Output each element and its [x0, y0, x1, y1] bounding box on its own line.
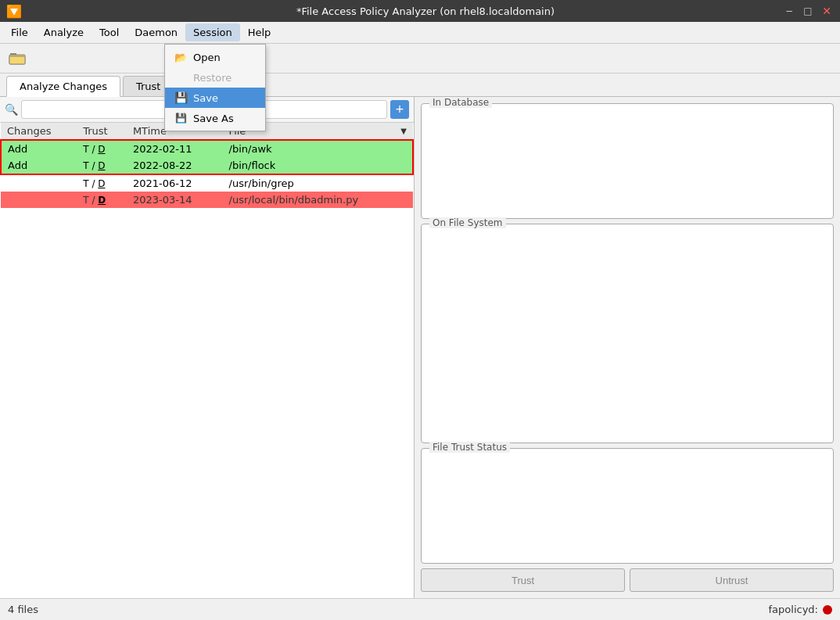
minimize-button[interactable]: −: [782, 4, 796, 18]
table-row[interactable]: T / D 2023-03-14 /usr/local/bin/dbadmin.…: [1, 192, 413, 208]
menu-tool[interactable]: Tool: [92, 23, 127, 41]
menu-file[interactable]: File: [3, 23, 36, 41]
menu-analyze[interactable]: Analyze: [36, 23, 92, 41]
right-panel: In Database On File System File Trust St…: [415, 97, 840, 598]
menu-daemon[interactable]: Daemon: [127, 23, 185, 41]
window-title: *File Access Policy Analyzer (on rhel8.l…: [69, 5, 782, 17]
col-header-trust[interactable]: Trust: [77, 123, 127, 140]
saveas-icon: 💾: [174, 112, 187, 124]
cell-file: /bin/awk: [223, 140, 413, 157]
cell-mtime: 2022-08-22: [127, 157, 223, 174]
tabbar: Analyze Changes Trust Database: [0, 73, 840, 97]
close-button[interactable]: ✕: [820, 4, 834, 18]
col-header-changes[interactable]: Changes: [1, 123, 77, 140]
cell-changes: Add: [1, 157, 77, 174]
file-table-container: Changes Trust MTime File ▼: [0, 123, 414, 598]
sort-icon: ▼: [400, 127, 407, 135]
cell-changes: Add: [1, 140, 77, 157]
restore-icon: [174, 71, 187, 84]
file-table: Changes Trust MTime File ▼: [0, 123, 414, 208]
cell-mtime: 2021-06-12: [127, 174, 223, 192]
on-filesystem-label: On File System: [429, 217, 506, 228]
toolbar: [0, 44, 840, 73]
status-files-count: 4 files: [8, 604, 38, 615]
file-trust-label: File Trust Status: [429, 442, 510, 453]
dropdown-save[interactable]: 💾 Save: [165, 88, 265, 108]
cell-file: /usr/bin/grep: [223, 174, 413, 192]
menu-help[interactable]: Help: [240, 23, 279, 41]
window-controls: − □ ✕: [782, 4, 834, 18]
cell-changes: [1, 174, 77, 192]
table-row[interactable]: Add T / D 2022-02-11 /bin/awk: [1, 140, 413, 157]
cell-trust: T / D: [77, 192, 127, 208]
dropdown-restore[interactable]: Restore: [165, 67, 265, 88]
status-right: fapolicyd:: [769, 604, 832, 615]
app-icon: 🔽: [6, 4, 22, 19]
menubar: File Analyze Tool Daemon Session Help 📂 …: [0, 22, 840, 44]
fapolicyd-label: fapolicyd:: [769, 604, 818, 615]
titlebar: 🔽 *File Access Policy Analyzer (on rhel8…: [0, 0, 840, 22]
cell-changes: [1, 192, 77, 208]
search-icon: 🔍: [5, 103, 18, 116]
in-database-label: In Database: [429, 97, 492, 108]
dropdown-open[interactable]: 📂 Open: [165, 47, 265, 67]
fapolicyd-status-dot: [823, 605, 832, 615]
on-filesystem-box: On File System: [421, 224, 834, 444]
trust-button[interactable]: Trust: [421, 568, 625, 592]
tab-analyze-changes[interactable]: Analyze Changes: [6, 76, 120, 97]
session-dropdown: 📂 Open Restore 💾 Save 💾 Save As: [164, 44, 266, 131]
cell-trust: T / D: [77, 157, 127, 174]
table-row[interactable]: T / D 2021-06-12 /usr/bin/grep: [1, 174, 413, 192]
maximize-button[interactable]: □: [801, 4, 815, 18]
cell-mtime: 2022-02-11: [127, 140, 223, 157]
add-button[interactable]: +: [390, 100, 409, 119]
main-content: 🔍 + Changes Trust MTime: [0, 97, 840, 598]
in-database-box: In Database: [421, 103, 834, 219]
folder-icon: 📂: [174, 51, 187, 63]
cell-trust: T / D: [77, 140, 127, 157]
open-file-icon: [8, 49, 27, 68]
untrust-button[interactable]: Untrust: [630, 568, 834, 592]
cell-file: /usr/local/bin/dbadmin.py: [223, 192, 413, 208]
toolbar-open-btn[interactable]: [5, 46, 30, 71]
statusbar: 4 files fapolicyd:: [0, 598, 840, 620]
action-buttons: Trust Untrust: [421, 568, 834, 592]
save-icon: 💾: [174, 91, 187, 104]
left-panel: 🔍 + Changes Trust MTime: [0, 97, 415, 598]
table-row[interactable]: Add T / D 2022-08-22 /bin/flock: [1, 157, 413, 174]
cell-trust: T / D: [77, 174, 127, 192]
svg-rect-2: [9, 56, 25, 64]
menu-session[interactable]: Session: [185, 23, 240, 41]
cell-file: /bin/flock: [223, 157, 413, 174]
cell-mtime: 2023-03-14: [127, 192, 223, 208]
dropdown-saveas[interactable]: 💾 Save As: [165, 108, 265, 128]
file-trust-box: File Trust Status: [421, 448, 834, 564]
